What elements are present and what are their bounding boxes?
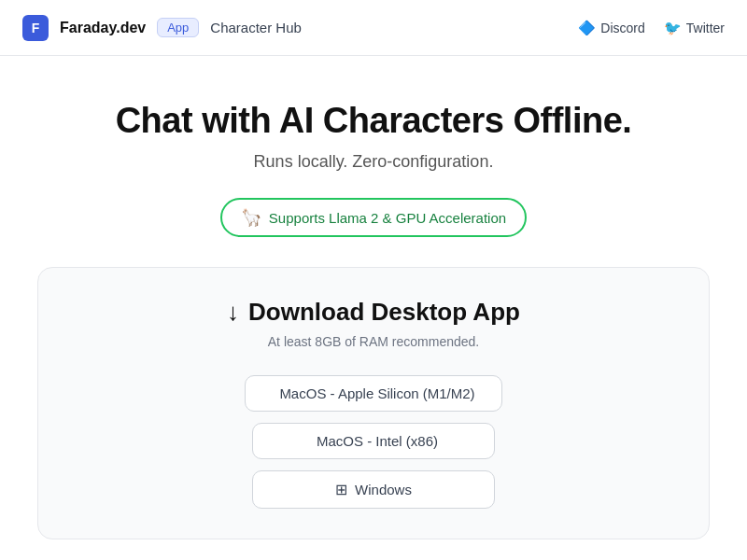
mac-silicon-label: MacOS - Apple Silicon (M1/M2) xyxy=(279,385,474,401)
windows-button[interactable]: ⊞ Windows xyxy=(252,470,495,509)
brand-name: Faraday.dev xyxy=(60,20,146,36)
twitter-label: Twitter xyxy=(686,21,725,35)
download-section-wrapper: ↓ Download Desktop App At least 8GB of R… xyxy=(0,267,747,539)
navbar: F Faraday.dev App Character Hub 🔷 Discor… xyxy=(0,0,747,56)
mac-intel-button[interactable]: MacOS - Intel (x86) xyxy=(252,423,495,459)
discord-label: Discord xyxy=(600,21,644,35)
demo-section: ↓ 📷 Watch the Two-Minute Demo ↓ xyxy=(0,539,747,560)
twitter-icon: 🐦 xyxy=(664,20,682,36)
mac-intel-label: MacOS - Intel (x86) xyxy=(317,433,438,449)
logo-letter: F xyxy=(32,21,40,35)
windows-label: Windows xyxy=(355,482,412,497)
twitter-link[interactable]: 🐦 Twitter xyxy=(664,20,725,36)
app-badge[interactable]: App xyxy=(157,18,199,37)
windows-icon: ⊞ xyxy=(335,481,347,498)
download-title: ↓ Download Desktop App xyxy=(61,298,686,327)
llama-badge-label: Supports Llama 2 & GPU Acceleration xyxy=(269,210,506,226)
mac-silicon-button[interactable]: MacOS - Apple Silicon (M1/M2) xyxy=(245,375,501,412)
hero-subtitle: Runs locally. Zero-configuration. xyxy=(19,152,728,172)
hero-title: Chat with AI Characters Offline. xyxy=(19,101,728,141)
download-icon: ↓ xyxy=(227,298,239,327)
discord-link[interactable]: 🔷 Discord xyxy=(578,20,644,36)
llama-badge-button[interactable]: 🦙 Supports Llama 2 & GPU Acceleration xyxy=(220,198,527,237)
download-buttons: MacOS - Apple Silicon (M1/M2) MacOS - In… xyxy=(61,375,686,509)
character-hub-link[interactable]: Character Hub xyxy=(210,20,302,35)
download-subtitle: At least 8GB of RAM recommended. xyxy=(61,334,686,349)
discord-icon: 🔷 xyxy=(578,20,596,36)
logo-mark: F xyxy=(22,15,49,41)
hero-section: Chat with AI Characters Offline. Runs lo… xyxy=(0,56,747,267)
llama-icon: 🦙 xyxy=(241,207,261,228)
download-card: ↓ Download Desktop App At least 8GB of R… xyxy=(37,267,710,539)
